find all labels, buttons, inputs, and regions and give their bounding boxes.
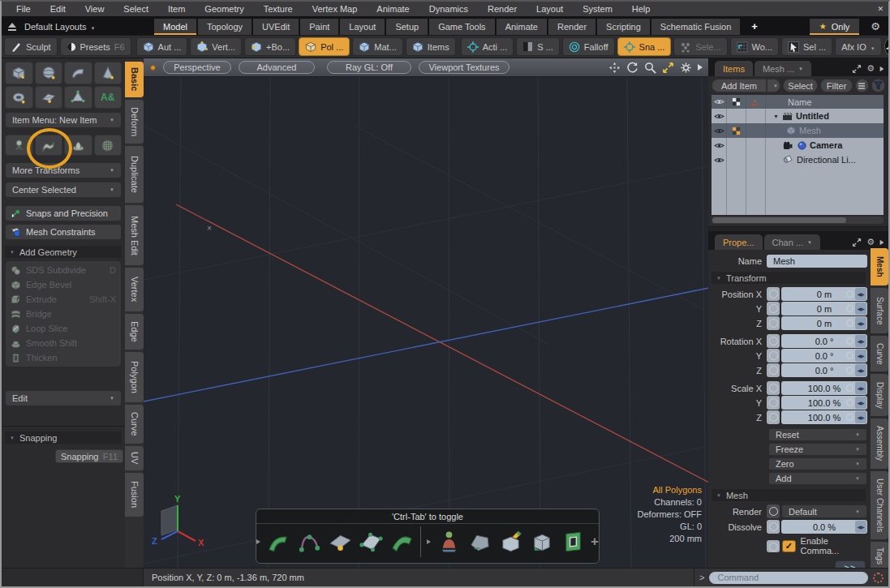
rotation-y-field[interactable]: 0.0 ° [767,349,867,363]
tab-mesh-edit[interactable]: Mesh Edit [125,205,144,265]
tab-properties[interactable]: Prope... [715,234,763,250]
cube-tool-icon[interactable] [529,529,554,555]
name-column-header[interactable]: Name [765,95,884,109]
stepper-control[interactable] [855,350,866,362]
tool-work-plane[interactable]: Wo... [730,37,779,56]
frame-tool-icon[interactable] [560,529,585,555]
center-selected-dropdown[interactable]: Center Selected [5,182,122,198]
zero-button[interactable]: Zero [768,457,867,470]
orbit-icon[interactable] [626,62,638,74]
add-item-dropdown[interactable] [767,79,780,92]
channel-knob[interactable] [767,349,780,363]
tool-items[interactable]: Items [406,37,456,56]
tab-game-tools[interactable]: Game Tools [429,19,495,35]
menu-view[interactable]: View [75,4,114,14]
tab-curve-props[interactable]: Curve [871,336,888,371]
tab-channels[interactable]: Chan ... [764,234,820,250]
zoom-icon[interactable] [644,62,656,74]
figure-tool-icon[interactable] [436,529,462,555]
torus-primitive-button[interactable] [5,86,33,109]
tab-basic[interactable]: Basic [125,62,144,97]
item-row-untitled[interactable]: ▼ Untitled [712,109,884,123]
curve-deform-tool-icon[interactable] [297,529,322,555]
extrude-tool[interactable]: Extrude Shift-X [8,292,118,307]
menu-edit[interactable]: Edit [41,4,75,14]
channel-knob[interactable] [767,540,780,552]
sds-subdivide-tool[interactable]: SDS Subdivide D [8,263,118,277]
rock-tool-icon[interactable] [467,529,492,555]
tab-mesh-ops[interactable]: Mesh ... [755,61,811,76]
select-button[interactable]: Select [783,79,818,92]
smooth-shift-tool[interactable]: Smooth Shift [8,336,118,350]
sculpt-button[interactable]: Sculpt [4,37,58,56]
stepper-control[interactable] [855,411,866,423]
menu-render[interactable]: Render [478,4,527,14]
drape-tool-button[interactable] [35,135,63,156]
tool-auto-select[interactable]: Aut ... [136,37,188,56]
channel-knob[interactable] [767,334,780,348]
tab-tags[interactable]: Tags [871,542,888,571]
pan-icon[interactable] [608,62,621,74]
tab-surface[interactable]: Surface [871,288,888,333]
command-input[interactable] [709,572,868,584]
reset-button[interactable]: Reset [768,428,867,441]
close-icon[interactable]: ✕ [877,5,884,13]
stepper-control[interactable] [855,335,866,347]
eye-icon[interactable] [712,138,726,152]
menu-layout[interactable]: Layout [527,4,573,14]
menu-vertex-map[interactable]: Vertex Map [303,4,368,14]
menu-texture[interactable]: Texture [254,4,303,14]
rotation-z-field[interactable]: 0.0 ° [767,363,867,377]
tab-schematic-fusion[interactable]: Schematic Fusion [651,19,740,35]
pyramid-primitive-button[interactable] [64,86,92,109]
substance-logo-icon[interactable] [884,38,890,55]
eye-icon[interactable] [712,123,726,138]
viewport-mode-button[interactable]: Perspective [163,61,231,74]
sphere-primitive-button[interactable] [35,62,63,84]
channel-knob[interactable] [767,381,780,395]
viewport-textures-button[interactable]: Viewport Textures [419,61,509,74]
menu-help[interactable]: Help [622,4,660,14]
pedestal-tool-button[interactable] [64,135,92,156]
menu-geometry[interactable]: Geometry [195,4,253,14]
collapse-arrow-icon[interactable]: ▼ [773,114,779,119]
mesh-constraints-button[interactable]: Mesh Constraints [5,224,122,240]
plane-offset-tool-icon[interactable] [328,529,353,555]
wireframe-sphere-tool-button[interactable] [94,135,123,156]
eye-icon[interactable] [712,152,726,167]
viewport-canvas[interactable]: × Y X Z [144,77,709,568]
channel-knob[interactable] [767,410,780,424]
list-options-button[interactable] [855,79,869,92]
add-button[interactable]: Add [768,472,867,485]
item-row-mesh[interactable]: Mesh [712,123,884,138]
channel-knob[interactable] [767,363,780,377]
filter-button[interactable]: Filter [820,79,853,92]
name-field[interactable]: Mesh [767,255,867,268]
position-z-field[interactable]: 0 m [767,316,867,330]
tab-paint[interactable]: Paint [300,19,338,35]
tab-layout[interactable]: Layout [340,19,385,35]
ray-gl-button[interactable]: Ray GL: Off [327,61,411,74]
channel-knob[interactable] [767,520,780,534]
stepper-control[interactable] [855,382,866,394]
popup-add-icon[interactable]: + [591,534,599,550]
tool-symmetry[interactable]: S ... [516,37,560,56]
loop-slice-tool[interactable]: Loop Slice [8,321,118,336]
tab-uv[interactable]: UV [125,446,144,470]
add-geometry-header[interactable]: Add Geometry [5,246,122,258]
viewport-gear-icon[interactable] [680,62,692,74]
tab-edge[interactable]: Edge [125,314,144,350]
tool-vertices[interactable]: Vert... [190,37,242,56]
item-tree-scrollbar[interactable] [712,217,884,224]
curved-surface-primitive-button[interactable] [64,62,92,84]
filter-funnel-button[interactable] [871,79,885,92]
edge-bevel-tool[interactable]: Edge Bevel [8,277,118,292]
bend-tool-icon[interactable] [266,529,291,555]
transform-section-header[interactable]: Transform [712,272,866,284]
viewport-more-icon[interactable] [698,64,703,71]
tab-uvedit[interactable]: UVEdit [253,19,299,35]
channel-knob[interactable] [767,504,780,518]
panel-more-icon[interactable] [880,239,884,244]
stepper-control[interactable] [855,364,866,376]
armature-tool-button[interactable] [5,135,33,156]
